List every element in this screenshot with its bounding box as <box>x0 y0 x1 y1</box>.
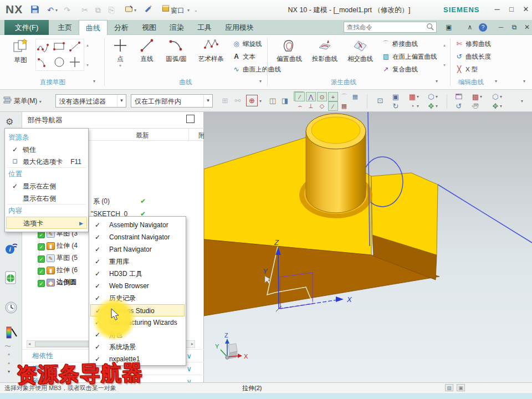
performance-graph-icon[interactable]: ▨ <box>445 384 453 391</box>
save-icon[interactable] <box>29 4 41 16</box>
intersect-curve-button[interactable]: 相交曲线 <box>344 37 377 63</box>
web-browser-icon[interactable] <box>4 270 18 285</box>
scope-filter-combobox[interactable]: 仅在工作部件内▼ <box>131 94 213 108</box>
tab-render[interactable]: 渲染 <box>163 20 191 35</box>
doc-restore-icon[interactable]: ⧉ <box>509 22 520 33</box>
snap-endpoint-icon[interactable]: ∕ <box>295 92 305 101</box>
submenu-item-assembly-navigator[interactable]: ✓Assembly Navigator <box>90 219 185 231</box>
point-button[interactable]: 点 ▾ <box>109 37 132 68</box>
composite-curve-button[interactable]: ↗复合曲线 <box>381 63 437 76</box>
select-all-icon[interactable]: ⊞ <box>219 95 231 106</box>
studio-spline-button[interactable]: 艺术样条 <box>194 37 228 63</box>
command-search-box[interactable] <box>344 22 437 33</box>
snap-grid-icon[interactable]: ▦ <box>350 92 360 101</box>
group-direct-sketch-dropdown-icon[interactable]: ▾ <box>93 79 95 84</box>
window-icon[interactable] <box>160 4 172 16</box>
tab-view[interactable]: 视图 <box>135 20 163 35</box>
app-minimize-button[interactable]: ─ <box>491 4 503 14</box>
tree-row-feature[interactable]: ✓▮拉伸 (6 <box>38 264 78 276</box>
resbar-scroll-up2-icon[interactable]: ▴ <box>8 360 10 365</box>
feature-checkbox[interactable]: ✓ <box>38 268 45 275</box>
pan-icon[interactable]: 🖑 <box>470 101 481 112</box>
deselect-icon[interactable]: ⚯ <box>232 95 243 106</box>
offset-curve-in-face-button[interactable]: ▨在面上偏置曲线 <box>381 50 437 63</box>
submenu-item-reuse-library[interactable]: ✓重用库 <box>90 255 185 268</box>
search-icon[interactable] <box>426 23 434 33</box>
panel-undock-icon[interactable] <box>186 115 195 123</box>
doc-minimize-icon[interactable]: ─ <box>495 22 507 33</box>
command-search-input[interactable] <box>344 22 421 32</box>
curve-length-button[interactable]: ↺曲线长度 <box>454 50 491 63</box>
render-style-icon[interactable]: ✥ <box>426 101 437 112</box>
arc-circle-button[interactable]: 圆弧/圆 <box>161 37 192 63</box>
tab-tools[interactable]: 工具 <box>191 20 218 35</box>
resbar-scroll-down-icon[interactable]: ▾ <box>8 369 10 374</box>
tab-curve[interactable]: 曲线 <box>79 20 108 35</box>
group-derived-dropdown-icon[interactable]: ▾ <box>436 79 438 84</box>
snap-spline-pole-icon[interactable]: ⋀ <box>306 92 316 101</box>
derived-list-up-icon[interactable]: ▴ <box>443 43 446 48</box>
snap-point-dropdown-icon[interactable]: ▾ <box>259 99 262 104</box>
rotate-view-icon[interactable]: ↻ <box>390 101 401 112</box>
graphics-viewport[interactable]: Z X Y Z X Y <box>204 112 532 382</box>
submenu-item-web-browser[interactable]: ✓Web Browser <box>90 280 185 292</box>
scope-filter-dropdown-icon[interactable]: ▼ <box>203 95 212 107</box>
undo-icon[interactable]: ↶ <box>44 4 57 16</box>
toolbar-overflow-icon[interactable]: ▾ <box>521 99 523 104</box>
submenu-item-part-navigator[interactable]: ✓Part Navigator <box>90 243 185 255</box>
snap-face-icon[interactable]: ⌒ <box>339 92 349 101</box>
tree-row-feature[interactable]: ✓▮拉伸 (4 <box>38 239 78 252</box>
render-style-dropdown-icon[interactable]: ▾ <box>436 104 438 109</box>
minimize-ribbon-icon[interactable]: ∧ <box>464 22 475 33</box>
tree-row-feature[interactable]: ✓◆边倒圆 <box>38 276 76 288</box>
curve-on-surface-button[interactable]: ∿曲面上的曲线 <box>232 63 281 76</box>
fit-view-dropdown-icon[interactable]: ▾ <box>417 94 419 99</box>
snap-midpoint-icon[interactable]: ⌢ <box>295 101 305 111</box>
resbar-scroll-up-icon[interactable]: ▴ <box>8 351 10 356</box>
shaded-mode-dropdown-icon[interactable]: ▾ <box>417 104 419 109</box>
submenu-item-system-scenes[interactable]: ✓系统场景 <box>90 341 185 353</box>
sketch-grid-down-icon[interactable]: ▾ <box>86 63 89 68</box>
bridge-curve-button[interactable]: ⌒桥接曲线 <box>381 38 437 50</box>
information-icon[interactable]: i <box>4 241 18 255</box>
refresh-icon[interactable]: ↺ <box>453 101 464 112</box>
top-face-icon[interactable]: ◫ <box>267 95 278 106</box>
snap-point-toggle-icon[interactable]: ⊕ <box>246 95 258 106</box>
redo-icon[interactable]: ↷ <box>61 4 73 16</box>
undo-dropdown-icon[interactable]: ▾ <box>55 8 58 13</box>
selection-filter-dropdown-icon[interactable]: ▼ <box>117 95 126 107</box>
tree-row-feature[interactable]: ✓✎草图 (5 <box>38 252 78 264</box>
history-icon[interactable] <box>4 300 18 315</box>
feature-checkbox[interactable]: ✓ <box>38 255 45 263</box>
menu-item-show-left[interactable]: ✓显示在左侧 <box>6 180 87 192</box>
app-close-button[interactable]: ✕ <box>520 4 532 14</box>
menu-item-maximize-tab[interactable]: ☐ 最大化选项卡 F11 <box>6 156 87 168</box>
fullscreen-icon[interactable]: ▣ <box>443 22 454 33</box>
chevron-down-icon[interactable]: ∨ <box>186 350 192 362</box>
chevron-down-icon[interactable]: ∨ <box>186 362 192 375</box>
ribbon-overflow-icon[interactable]: ▾ <box>523 79 525 84</box>
x-form-button[interactable]: ╳X 型 <box>454 63 491 76</box>
window-mode-icon[interactable]: ▣ <box>457 384 465 391</box>
snap-intersection-icon[interactable]: + <box>328 92 338 101</box>
sketch-arc-icon[interactable] <box>36 55 52 70</box>
gear-icon[interactable]: ⚙ <box>6 116 13 127</box>
tab-analysis[interactable]: 分析 <box>108 20 135 35</box>
tree-row-csys[interactable]: 系 (0) ✔ <box>93 195 110 207</box>
feature-checkbox[interactable]: ✓ <box>38 280 45 287</box>
menu-button[interactable]: 菜单(M) ▾ <box>3 94 42 108</box>
sketch-button[interactable]: 草图 <box>7 37 34 64</box>
shaded-cube-icon[interactable]: ◨ <box>279 95 290 106</box>
tab-home[interactable]: 主页 <box>51 20 79 35</box>
roles-palette-icon[interactable] <box>4 325 18 340</box>
snap-existing-point-icon[interactable]: ◇ <box>317 101 327 111</box>
line-button[interactable]: 直线 <box>134 37 160 63</box>
feature-checkbox[interactable]: ✓ <box>38 243 45 250</box>
snapshot-dropdown-icon[interactable]: ▾ <box>500 104 502 109</box>
group-curve-dropdown-icon[interactable]: ▾ <box>259 79 262 84</box>
snap-center-icon[interactable]: ⊙ <box>317 92 327 101</box>
snap-quadrant-icon[interactable]: ⟂ <box>306 101 316 111</box>
window-menu-label[interactable]: 窗口 <box>171 6 185 16</box>
shaded-mode-icon[interactable]: ◔ <box>407 101 418 112</box>
snapshot-icon[interactable]: ✥ <box>490 101 501 112</box>
